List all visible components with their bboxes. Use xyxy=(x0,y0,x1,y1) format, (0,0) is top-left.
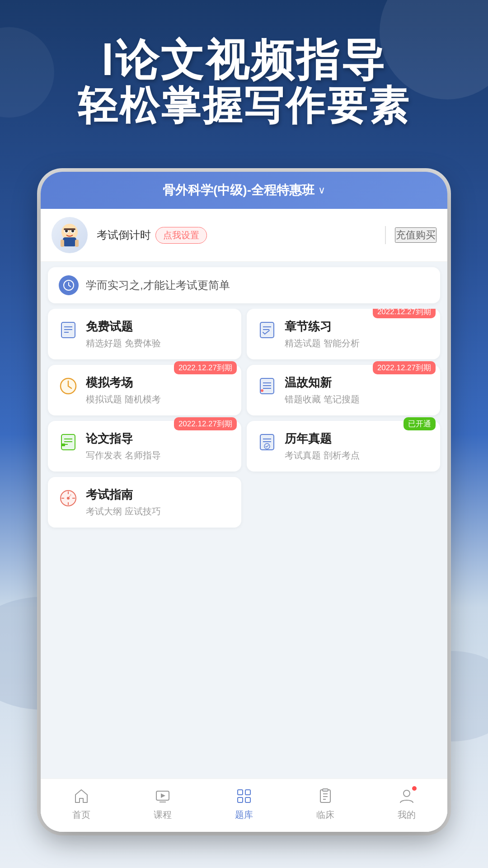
svg-rect-7 xyxy=(61,240,64,247)
exam-guide-title: 考试指南 xyxy=(86,487,232,503)
svg-point-22 xyxy=(261,389,263,392)
exam-guide-icon xyxy=(57,487,80,509)
svg-rect-42 xyxy=(238,790,243,795)
mock-exam-title: 模拟考场 xyxy=(86,375,232,391)
chapter-practice-badge: 2022.12.27到期 xyxy=(373,309,436,318)
review-new-title: 温故知新 xyxy=(285,375,431,391)
grid-spacer xyxy=(247,477,440,528)
thesis-guide-badge: 2022.12.27到期 xyxy=(174,417,237,430)
nav-label-course: 课程 xyxy=(154,809,172,821)
user-info-bar: 考试倒计时 点我设置 充值购买 xyxy=(41,209,447,262)
free-questions-title: 免费试题 xyxy=(86,319,232,335)
nav-label-questions: 题库 xyxy=(235,809,253,821)
bottom-navigation: 首页 课程 xyxy=(41,778,447,832)
hero-title-line2: 轻松掌握写作要素 xyxy=(18,84,470,128)
avatar-image xyxy=(52,217,88,253)
free-questions-subtitle: 精选好题 免费体验 xyxy=(86,337,232,349)
class-selector-label: 骨外科学(中级)-全程特惠班 xyxy=(163,182,314,199)
nav-label-clinical: 临床 xyxy=(316,809,334,821)
class-selector-arrow-icon: ∨ xyxy=(318,184,325,196)
vertical-divider xyxy=(385,226,386,244)
mock-exam-icon xyxy=(57,375,80,397)
svg-point-51 xyxy=(404,790,410,797)
thesis-guide-title: 论文指导 xyxy=(86,431,232,447)
nav-item-clinical[interactable]: 临床 xyxy=(315,786,335,821)
notification-badge xyxy=(411,785,418,792)
hero-section: l论文视频指导 轻松掌握写作要素 xyxy=(0,36,488,127)
hero-title-line1: l论文视频指导 xyxy=(18,36,470,84)
past-exams-badge: 已开通 xyxy=(404,417,436,430)
svg-rect-44 xyxy=(238,797,243,802)
clinical-icon xyxy=(315,786,335,806)
nav-item-home[interactable]: 首页 xyxy=(71,786,91,821)
menu-item-thesis-guide[interactable]: 2022.12.27到期 论文指导 xyxy=(48,421,241,472)
course-play-icon xyxy=(153,786,173,806)
review-new-icon xyxy=(256,375,278,397)
avatar-character-icon xyxy=(54,219,85,251)
countdown-label: 考试倒计时 xyxy=(97,228,151,242)
past-exams-title: 历年真题 xyxy=(285,431,431,447)
countdown-set-button[interactable]: 点我设置 xyxy=(155,227,207,244)
user-icon xyxy=(397,786,417,806)
review-new-badge: 2022.12.27到期 xyxy=(373,361,436,374)
chapter-practice-title: 章节练习 xyxy=(285,319,431,335)
home-icon xyxy=(71,786,91,806)
svg-rect-1 xyxy=(63,237,76,246)
menu-item-past-exams[interactable]: 已开通 历年真题 xyxy=(247,421,440,472)
avatar xyxy=(52,217,88,253)
menu-item-exam-guide[interactable]: 考试指南 考试大纲 应试技巧 xyxy=(48,477,241,528)
chapter-practice-subtitle: 精选试题 智能分析 xyxy=(285,337,431,349)
app-content: 骨外科学(中级)-全程特惠班 ∨ xyxy=(41,172,447,832)
past-exams-subtitle: 考试真题 剖析考点 xyxy=(285,449,431,462)
thesis-guide-icon xyxy=(57,431,80,453)
recharge-button[interactable]: 充值购买 xyxy=(395,227,436,243)
mock-exam-subtitle: 模拟试题 随机模考 xyxy=(86,393,232,406)
device-mockup: 骨外科学(中级)-全程特惠班 ∨ xyxy=(41,172,447,832)
nav-label-home: 首页 xyxy=(72,809,90,821)
exam-guide-subtitle: 考试大纲 应试技巧 xyxy=(86,505,232,518)
motto-clock-icon xyxy=(59,275,79,295)
thesis-guide-subtitle: 写作发表 名师指导 xyxy=(86,449,232,462)
questions-grid-icon xyxy=(234,786,254,806)
nav-label-mine: 我的 xyxy=(398,809,416,821)
motto-bar: 学而实习之,才能让考试更简单 xyxy=(48,267,440,303)
nav-item-questions[interactable]: 题库 xyxy=(234,786,254,821)
menu-scroll-area[interactable]: 免费试题 精选好题 免费体验 2022.12.27到期 xyxy=(41,309,447,773)
svg-marker-40 xyxy=(161,793,165,798)
feature-grid: 免费试题 精选好题 免费体验 2022.12.27到期 xyxy=(48,309,440,528)
menu-item-free-questions[interactable]: 免费试题 精选好题 免费体验 xyxy=(48,309,241,359)
mock-exam-badge: 2022.12.27到期 xyxy=(174,361,237,374)
motto-text: 学而实习之,才能让考试更简单 xyxy=(86,278,230,292)
review-new-subtitle: 错题收藏 笔记搜题 xyxy=(285,393,431,406)
nav-item-course[interactable]: 课程 xyxy=(153,786,173,821)
menu-item-review-new[interactable]: 2022.12.27到期 温故知新 xyxy=(247,365,440,415)
menu-item-chapter-practice[interactable]: 2022.12.27到期 章节练习 精选试题 智 xyxy=(247,309,440,359)
nav-item-mine[interactable]: 我的 xyxy=(397,786,417,821)
svg-rect-27 xyxy=(61,443,65,446)
menu-item-mock-exam[interactable]: 2022.12.27到期 模拟考场 模拟试题 随机模考 xyxy=(48,365,241,415)
svg-rect-50 xyxy=(323,789,328,791)
svg-rect-45 xyxy=(245,797,250,802)
exam-countdown-section: 考试倒计时 点我设置 xyxy=(97,227,376,244)
svg-rect-6 xyxy=(64,228,75,230)
class-selector-header[interactable]: 骨外科学(中级)-全程特惠班 ∨ xyxy=(41,172,447,209)
past-exams-icon xyxy=(256,431,278,453)
svg-rect-43 xyxy=(245,790,250,795)
free-questions-icon xyxy=(57,319,80,341)
chapter-practice-icon xyxy=(256,319,278,341)
svg-rect-8 xyxy=(75,240,79,247)
